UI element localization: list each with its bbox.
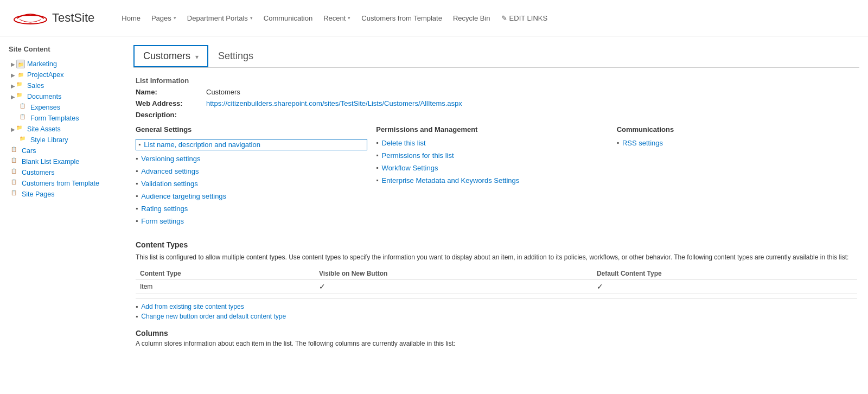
link-add-content-types[interactable]: Add from existing site content types bbox=[136, 303, 857, 310]
header: TestSite Home Pages▾ Department Portals▾… bbox=[0, 0, 868, 36]
pencil-icon: ✎ bbox=[501, 14, 507, 22]
ct-visible: ✓ bbox=[315, 280, 592, 294]
link-rss-settings[interactable]: RSS settings bbox=[617, 139, 848, 147]
expand-icon: ▶ bbox=[11, 83, 15, 89]
sidebar-link-style-library[interactable]: Style Library bbox=[30, 136, 68, 144]
content-types-section: Content Types This list is configured to… bbox=[136, 240, 857, 320]
sidebar-item-blank-list[interactable]: 📋 Blank List Example bbox=[9, 156, 116, 167]
tab-bar: Customers ▾ Settings bbox=[133, 45, 859, 68]
sidebar-link-blank-list[interactable]: Blank List Example bbox=[22, 158, 79, 166]
site-title: TestSite bbox=[52, 11, 94, 25]
sidebar-item-site-pages[interactable]: 📋 Site Pages bbox=[9, 189, 116, 200]
list-icon: 📋 bbox=[11, 190, 20, 199]
settings-grid: General Settings List name, description … bbox=[136, 125, 857, 230]
tab-customers[interactable]: Customers ▾ bbox=[133, 45, 208, 67]
link-list-name-desc-nav[interactable]: List name, description and navigation bbox=[136, 139, 367, 150]
link-enterprise-metadata[interactable]: Enterprise Metadata and Keywords Setting… bbox=[376, 176, 608, 185]
table-row: Item ✓ ✓ bbox=[136, 280, 857, 294]
sidebar-link-site-pages[interactable]: Site Pages bbox=[22, 190, 54, 198]
sidebar-item-cars[interactable]: 📋 Cars bbox=[9, 145, 116, 156]
name-label: Name: bbox=[136, 88, 206, 96]
content-types-desc: This list is configured to allow multipl… bbox=[136, 252, 857, 262]
nav-department-portals[interactable]: Department Portals▾ bbox=[182, 11, 258, 26]
sidebar-link-sales[interactable]: Sales bbox=[27, 82, 44, 90]
expand-icon: ▶ bbox=[11, 72, 15, 78]
nav-communication[interactable]: Communication bbox=[258, 11, 318, 26]
sidebar-link-site-assets[interactable]: Site Assets bbox=[27, 125, 61, 133]
sidebar-link-form-templates[interactable]: Form Templates bbox=[30, 115, 79, 122]
columns-desc: A column stores information about each i… bbox=[136, 340, 857, 347]
sidebar-item-site-assets[interactable]: ▶ 📁 Site Assets bbox=[9, 124, 116, 135]
sidebar-item-form-templates[interactable]: 📋 Form Templates bbox=[9, 113, 116, 124]
link-validation-settings[interactable]: Validation settings bbox=[136, 180, 367, 188]
nav-recycle-bin[interactable]: Recycle Bin bbox=[448, 11, 496, 26]
expand-icon: ▶ bbox=[11, 94, 15, 100]
chevron-down-icon: ▾ bbox=[348, 15, 350, 21]
folder-icon: 📁 bbox=[16, 92, 25, 101]
link-form-settings[interactable]: Form settings bbox=[136, 217, 367, 225]
sidebar-link-customers-from-template[interactable]: Customers from Template bbox=[22, 180, 99, 187]
folder-icon: 📁 bbox=[16, 60, 25, 68]
general-settings-col: General Settings List name, description … bbox=[136, 125, 376, 230]
sidebar-item-customers[interactable]: 📋 Customers bbox=[9, 167, 116, 178]
chevron-down-icon: ▾ bbox=[174, 15, 176, 21]
chevron-down-icon: ▾ bbox=[250, 15, 253, 21]
sidebar-link-customers[interactable]: Customers bbox=[22, 169, 54, 176]
link-advanced-settings[interactable]: Advanced settings bbox=[136, 167, 367, 175]
link-audience-targeting[interactable]: Audience targeting settings bbox=[136, 192, 367, 200]
name-value: Customers bbox=[206, 88, 240, 96]
sidebar-link-documents[interactable]: Documents bbox=[27, 93, 61, 100]
web-address-row: Web Address: https://citizenbuilders.sha… bbox=[136, 99, 857, 107]
sidebar-link-expenses[interactable]: Expenses bbox=[30, 104, 60, 111]
name-row: Name: Customers bbox=[136, 88, 857, 96]
sidebar-item-customers-from-template[interactable]: 📋 Customers from Template bbox=[9, 178, 116, 189]
nav-pages[interactable]: Pages▾ bbox=[146, 11, 182, 26]
col-default: Default Content Type bbox=[592, 268, 857, 280]
sidebar-link-marketing[interactable]: Marketing bbox=[27, 60, 57, 68]
top-nav: Home Pages▾ Department Portals▾ Communic… bbox=[116, 11, 553, 26]
main-content: Customers ▾ Settings List Information Na… bbox=[125, 45, 868, 347]
communications-title: Communications bbox=[617, 125, 848, 134]
folder-icon: 📁 bbox=[20, 136, 28, 144]
sidebar-title: Site Content bbox=[9, 45, 116, 53]
sidebar-item-documents[interactable]: ▶ 📁 Documents bbox=[9, 91, 116, 102]
ct-default: ✓ bbox=[592, 280, 857, 294]
description-label: Description: bbox=[136, 111, 206, 119]
nav-customers-from-template[interactable]: Customers from Template bbox=[356, 11, 448, 26]
ct-links: Add from existing site content types Cha… bbox=[136, 303, 857, 320]
list-icon: 📋 bbox=[11, 157, 20, 166]
sidebar-item-projectapex[interactable]: ▶ 📁 ProjectApex bbox=[9, 69, 116, 80]
sidebar-item-marketing[interactable]: ▶ 📁 Marketing bbox=[9, 59, 116, 69]
tab-settings[interactable]: Settings bbox=[208, 45, 263, 67]
nav-home[interactable]: Home bbox=[116, 11, 146, 26]
link-permissions-for-list[interactable]: Permissions for this list bbox=[376, 151, 608, 160]
link-workflow-settings[interactable]: Workflow Settings bbox=[376, 164, 608, 172]
folder-icon: 📁 bbox=[16, 81, 25, 90]
web-address-label: Web Address: bbox=[136, 99, 206, 107]
description-row: Description: bbox=[136, 111, 857, 119]
nav-recent[interactable]: Recent▾ bbox=[318, 11, 356, 26]
link-delete-list[interactable]: Delete this list bbox=[376, 139, 608, 147]
sidebar-link-projectapex[interactable]: ProjectApex bbox=[27, 71, 63, 79]
list-info-title: List Information bbox=[136, 77, 857, 85]
communications-col: Communications RSS settings bbox=[617, 125, 857, 230]
checkmark-icon: ✓ bbox=[597, 282, 603, 291]
sidebar-item-style-library[interactable]: 📁 Style Library bbox=[9, 135, 116, 145]
checkmark-icon: ✓ bbox=[319, 282, 326, 291]
ct-table-header: Content Type Visible on New Button Defau… bbox=[136, 268, 857, 280]
list-icon: 📋 bbox=[11, 168, 20, 177]
nav-edit-links[interactable]: ✎EDIT LINKS bbox=[496, 11, 553, 26]
link-versioning-settings[interactable]: Versioning settings bbox=[136, 155, 367, 163]
sidebar-link-cars[interactable]: Cars bbox=[22, 147, 36, 155]
link-rating-settings[interactable]: Rating settings bbox=[136, 205, 367, 213]
col-content-type: Content Type bbox=[136, 268, 315, 280]
sidebar-item-expenses[interactable]: 📋 Expenses bbox=[9, 102, 116, 113]
web-address-value: https://citizenbuilders.sharepoint.com/s… bbox=[206, 99, 462, 107]
permissions-col: Permissions and Management Delete this l… bbox=[376, 125, 616, 230]
link-change-button-order[interactable]: Change new button order and default cont… bbox=[136, 313, 857, 320]
page-layout: Site Content ▶ 📁 Marketing ▶ 📁 ProjectAp… bbox=[0, 36, 868, 356]
sidebar-item-sales[interactable]: ▶ 📁 Sales bbox=[9, 80, 116, 91]
svg-point-0 bbox=[14, 15, 47, 24]
list-information: List Information Name: Customers Web Add… bbox=[133, 77, 859, 347]
sidebar: Site Content ▶ 📁 Marketing ▶ 📁 ProjectAp… bbox=[0, 45, 125, 347]
